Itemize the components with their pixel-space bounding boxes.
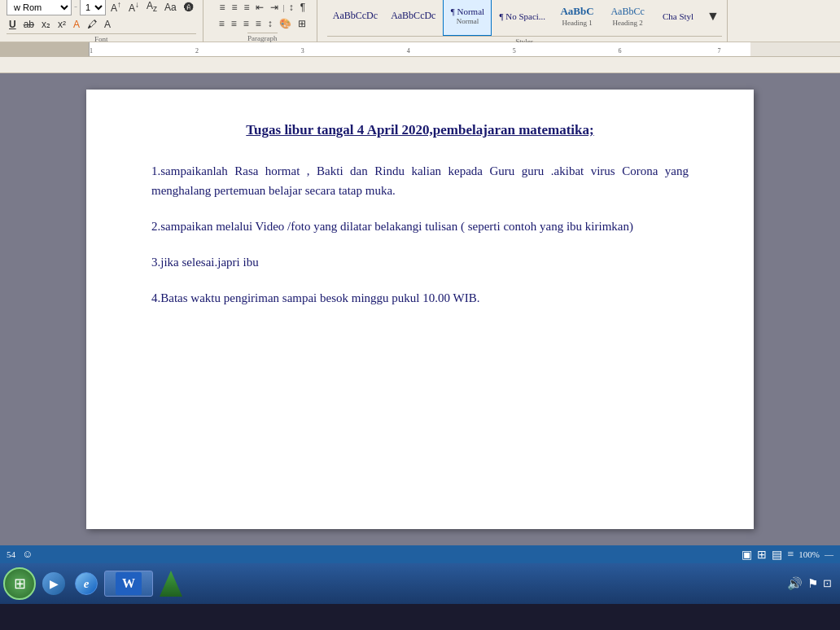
styles-row: AaBbCcDc AaBbCcDc ¶ Normal Normal ¶ No S…: [327, 0, 722, 36]
h2-label: Heading 2: [612, 19, 642, 27]
ruler: 1 2 3 4 5 6 7: [0, 42, 840, 57]
ruler-right-margin: [775, 56, 840, 57]
view-icon-4[interactable]: ≡: [787, 548, 794, 561]
font-color2-button[interactable]: A: [102, 17, 113, 32]
superscript-button[interactable]: x²: [55, 17, 68, 32]
doc-item-4: 4.Batas waktu pengiriman sampai besok mi…: [151, 288, 689, 308]
item-3-text: jika selesai.japri ibu: [160, 256, 258, 269]
view-icon-2[interactable]: ⊞: [757, 548, 767, 562]
media-play-icon: ▶: [50, 577, 59, 591]
bullets-button[interactable]: ≡: [217, 0, 227, 15]
word-letter: W: [122, 576, 135, 591]
item-2-number: 2.: [151, 220, 160, 233]
word-taskbar-button[interactable]: W: [104, 571, 153, 597]
style-box-aabbccdc1[interactable]: AaBbCcDc: [327, 0, 383, 36]
align-right-button[interactable]: ≡: [241, 16, 252, 31]
text-highlight-button[interactable]: 🖍: [85, 17, 99, 32]
styles-section: AaBbCcDc AaBbCcDc ¶ Normal Normal ¶ No S…: [322, 0, 728, 46]
item-3-number: 3.: [151, 256, 160, 269]
ruler-mark-4: 4: [407, 47, 410, 55]
style-box-aabbccdc2[interactable]: AaBbCcDc: [385, 0, 441, 36]
strikethrough-button[interactable]: ab: [21, 17, 37, 32]
nospace-preview: ¶ No Spaci...: [499, 11, 545, 21]
style-box-nospace[interactable]: ¶ No Spaci...: [493, 0, 551, 36]
ie-icon[interactable]: e: [72, 569, 101, 598]
taskbar: ⊞ ▶ e W 🔊 ⚑ ⊡: [0, 563, 840, 604]
line-spacing-button[interactable]: ↕: [265, 16, 275, 31]
clear-format-button[interactable]: Az: [144, 0, 160, 15]
ruler-mark-1: 1: [90, 47, 93, 55]
start-icon: ⊞: [14, 575, 26, 593]
item-1-number: 1.: [151, 164, 160, 177]
underline-button[interactable]: U: [7, 17, 19, 32]
font-name-select[interactable]: w Rom: [7, 0, 72, 15]
style-preview-aabbccdc1: AaBbCcDc: [333, 10, 378, 22]
indent-decrease-button[interactable]: ⇤: [253, 0, 266, 15]
ruler-mark-5: 5: [513, 47, 516, 55]
shading-button[interactable]: 🎨: [277, 16, 294, 31]
style-box-cha[interactable]: Cha Styl: [654, 0, 702, 36]
font-shrink-button[interactable]: A↓: [126, 0, 142, 15]
document-title: Tugas libur tangal 4 April 2020,pembelaj…: [151, 122, 689, 138]
document-page[interactable]: Tugas libur tangal 4 April 2020,pembelaj…: [86, 90, 754, 529]
style-box-normal[interactable]: ¶ Normal Normal: [443, 0, 492, 36]
start-button[interactable]: ⊞: [3, 567, 36, 600]
subscript-button[interactable]: x₂: [39, 17, 53, 32]
zoom-level: 100%: [798, 549, 820, 559]
notification-icon[interactable]: ⊡: [823, 577, 832, 590]
show-marks-button[interactable]: ¶: [298, 0, 308, 15]
numbering-button[interactable]: ≡: [229, 0, 239, 15]
normal-label: Normal: [457, 17, 479, 25]
media-player-icon[interactable]: ▶: [39, 569, 68, 598]
font-row1: w Rom - 16 A↑ A↓ Az Aa 🅐: [7, 0, 196, 15]
paragraph-label: Paragraph: [247, 33, 277, 42]
sort-button[interactable]: ↕: [287, 0, 296, 15]
item-4-number: 4.: [151, 291, 160, 304]
font-grow-button[interactable]: A↑: [108, 0, 124, 15]
other-app-icon[interactable]: [156, 569, 186, 598]
doc-item-3: 3.jika selesai.japri ibu: [151, 252, 689, 272]
view-icon-1[interactable]: ▣: [742, 548, 752, 562]
font-color-button[interactable]: A: [71, 17, 82, 32]
status-right: ▣ ⊞ ▤ ≡ 100% —: [742, 548, 833, 562]
page-number: 54: [7, 549, 15, 559]
zoom-slider[interactable]: —: [825, 549, 833, 559]
ruler-marks: 1 2 3 4 5 6 7: [90, 42, 750, 56]
normal-preview: ¶ Normal: [451, 7, 484, 16]
item-4-text: Batas waktu pengiriman sampai besok ming…: [160, 291, 479, 304]
volume-icon[interactable]: 🔊: [787, 576, 803, 591]
indent-increase-button[interactable]: ⇥: [268, 0, 281, 15]
change-case-button[interactable]: Aa: [162, 0, 179, 15]
style-preview-aabbccdc2: AaBbCcDc: [391, 10, 435, 22]
doc-item-2: 2.sampaikan melalui Video /foto yang dil…: [151, 217, 689, 236]
view-icon-3[interactable]: ▤: [772, 548, 782, 562]
paragraph-section: ≡ ≡ ≡ ⇤ ⇥ | ↕ ¶ ≡ ≡ ≡ ≡ ↕ 🎨 ⊞ Paragraph: [208, 0, 317, 42]
multilevel-button[interactable]: ≡: [241, 0, 252, 15]
flag-icon[interactable]: ⚑: [807, 576, 818, 591]
status-icon-1: ☺: [22, 548, 33, 561]
ruler-mark-7: 7: [717, 47, 720, 55]
style-box-h2[interactable]: AaBbCc Heading 2: [603, 0, 652, 36]
para-sep: |: [282, 2, 284, 12]
text-effects-button[interactable]: 🅐: [182, 0, 196, 15]
align-left-button[interactable]: ≡: [217, 16, 227, 31]
styles-scroll-button[interactable]: ▼: [704, 7, 722, 25]
h2-preview: AaBbCc: [610, 6, 644, 18]
h1-preview: AaBbC: [560, 5, 593, 18]
word-icon: W: [116, 572, 142, 595]
font-section: w Rom - 16 A↑ A↓ Az Aa 🅐 U ab x₂ x² A 🖍 …: [7, 0, 203, 43]
font-separator: -: [74, 1, 77, 13]
style-box-h1[interactable]: AaBbC Heading 1: [553, 0, 602, 36]
align-center-button[interactable]: ≡: [229, 16, 239, 31]
ribbon-toolbar: w Rom - 16 A↑ A↓ Az Aa 🅐 U ab x₂ x² A 🖍 …: [0, 0, 840, 42]
borders-button[interactable]: ⊞: [295, 16, 308, 31]
h1-label: Heading 1: [562, 19, 592, 27]
font-row2: U ab x₂ x² A 🖍 A: [7, 17, 196, 32]
ruler-mark-3: 3: [301, 47, 304, 55]
document-body: 1.sampaikanlah Rasa hormat , Bakti dan R…: [151, 161, 689, 308]
status-bar: 54 ☺ ▣ ⊞ ▤ ≡ 100% —: [0, 545, 840, 563]
ruler-left-margin: [0, 42, 90, 56]
ribbon: w Rom - 16 A↑ A↓ Az Aa 🅐 U ab x₂ x² A 🖍 …: [0, 0, 840, 73]
justify-button[interactable]: ≡: [253, 16, 264, 31]
font-size-select[interactable]: 16: [80, 0, 106, 15]
